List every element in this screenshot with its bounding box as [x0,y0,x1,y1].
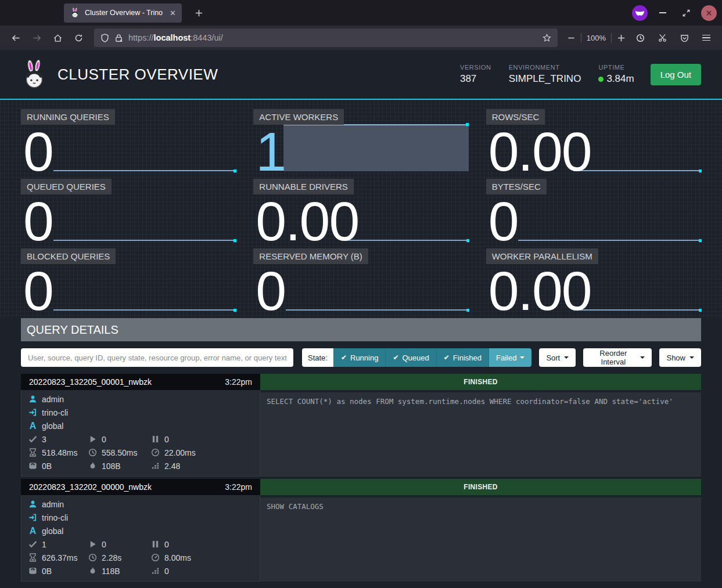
reload-button[interactable] [70,29,87,46]
browser-tab[interactable]: Cluster Overview - Trino ✕ [64,3,182,23]
history-icon[interactable] [631,29,649,46]
sparkline [518,240,701,241]
query-resource-group: global [42,526,63,536]
check-icon: ✔ [444,353,450,362]
cpu-time-gauge-icon [151,448,160,457]
trino-favicon [70,8,80,18]
bookmark-star-icon[interactable] [543,34,551,42]
user-icon [28,395,37,403]
url-text[interactable]: https://localhost:8443/ui/ [128,33,223,42]
forward-button[interactable] [28,29,45,46]
stat-card-bytes-sec: BYTES/SEC 0 [486,179,701,243]
sort-dropdown[interactable]: Sort [539,348,576,367]
caret-down-icon [689,356,694,361]
stat-card-reserved-memory: RESERVED MEMORY (B) 0 [253,248,468,312]
screenshot-scissors-icon[interactable] [653,29,671,46]
window-minimize-button[interactable] [655,5,671,21]
page-title: CLUSTER OVERVIEW [58,66,218,84]
query-user: admin [42,395,64,404]
current-memory-icon [28,461,37,470]
wall-time-hourglass-icon [28,553,37,562]
caret-down-icon [520,356,525,361]
url-bar[interactable]: https://localhost:8443/ui/ [94,28,558,47]
menu-hamburger-icon[interactable] [698,29,715,46]
trino-page: CLUSTER OVERVIEW VERSION 387 ENVIRONMENT… [0,50,722,588]
query-row: 20220823_132205_00001_nwbzk 3:22pm admin… [21,374,701,477]
query-source: trino-cli [42,408,68,417]
environment-info: ENVIRONMENT SIMPLE_TRINO [509,64,581,85]
sparkline [574,309,701,311]
query-id-link[interactable]: 20220823_132205_00001_nwbzk [29,377,152,387]
query-summary-panel: admin trino-cli Aglobal 1 0 0 626.37ms 2… [21,495,260,582]
current-memory-icon [28,567,37,575]
filter-queued-button[interactable]: ✔ Queued [385,348,436,367]
query-time: 3:22pm [225,482,252,492]
query-list: 20220823_132205_00001_nwbzk 3:22pm admin… [21,374,701,582]
cumulative-memory-flame-icon [88,567,97,575]
tracking-shield-icon[interactable] [100,34,109,42]
home-button[interactable] [49,29,66,46]
filter-running-button[interactable]: ✔ Running [333,348,386,367]
tab-close-icon[interactable]: ✕ [170,9,176,17]
cumulative-memory-flame-icon [88,461,97,470]
zoom-out-icon[interactable] [567,34,576,42]
sparkline [574,170,701,171]
query-details-header: QUERY DETAILS [21,318,701,341]
sparkline [53,240,236,241]
browser-titlebar: Cluster Overview - Trino ✕ [0,0,722,26]
private-browsing-icon [632,5,648,21]
query-search-input[interactable] [21,348,293,367]
completed-splits-icon [28,540,37,549]
back-button[interactable] [7,29,24,46]
logout-button[interactable]: Log Out [651,64,701,85]
running-splits-icon [88,540,97,549]
zoom-in-icon[interactable] [617,34,626,42]
query-state-badge: FINISHED [260,374,701,390]
tab-title: Cluster Overview - Trino [85,9,163,17]
check-icon: ✔ [393,353,398,362]
divider [611,33,612,42]
check-icon: ✔ [341,353,347,362]
stat-card-worker-parallelism: WORKER PARALLELISM 0.00 [486,248,701,312]
zoom-level[interactable]: 100% [587,34,606,42]
lock-warning-icon[interactable] [114,34,123,42]
window-close-button[interactable] [701,5,717,21]
user-icon [28,500,37,508]
running-splits-icon [88,435,97,443]
reorder-interval-dropdown[interactable]: Reorder Interval [583,348,652,367]
parallelism-icon [151,461,160,470]
query-user: admin [42,500,64,509]
cluster-stats-grid: RUNNING QUERIES 0 ACTIVE WORKERS 1 ROWS/… [0,100,722,318]
query-id-link[interactable]: 20220823_132202_00000_nwbzk [29,482,152,492]
trino-bunny-logo [21,59,48,89]
resource-group-icon: A [28,526,37,536]
query-time: 3:22pm [225,377,252,387]
stat-card-running-queries: RUNNING QUERIES 0 [21,109,236,173]
window-restore-button[interactable] [678,5,694,21]
queued-splits-icon [151,435,160,443]
stat-card-rows-sec: ROWS/SEC 0.00 [486,109,701,173]
query-sql-text[interactable]: SHOW CATALOGS [260,497,701,582]
sparkline [53,170,236,171]
source-signin-icon [28,408,37,417]
sparkline [286,309,469,311]
source-signin-icon [28,513,37,522]
sparkline-filled [283,124,468,171]
wall-time-hourglass-icon [28,448,37,457]
new-tab-button[interactable] [191,5,207,21]
filter-failed-dropdown[interactable]: Failed [488,348,531,367]
query-summary-panel: admin trino-cli Aglobal 3 0 0 518.48ms 5… [21,390,260,477]
queued-splits-icon [151,540,160,549]
sparkline [342,240,469,241]
stat-card-active-workers: ACTIVE WORKERS 1 [253,109,468,173]
cpu-time-gauge-icon [151,553,160,562]
query-state-badge: FINISHED [260,479,701,495]
resource-group-icon: A [28,421,37,431]
pocket-icon[interactable] [676,29,693,46]
query-sql-text[interactable]: SELECT COUNT(*) as nodes FROM system.run… [260,392,701,477]
stat-card-runnable-drivers: RUNNABLE DRIVERS 0.00 [253,179,468,243]
filter-finished-button[interactable]: ✔ Finished [436,348,488,367]
state-filter-group: State: ✔ Running ✔ Queued ✔ Finished Fai… [302,348,531,367]
caret-down-icon [564,356,569,361]
show-dropdown[interactable]: Show [659,348,701,367]
